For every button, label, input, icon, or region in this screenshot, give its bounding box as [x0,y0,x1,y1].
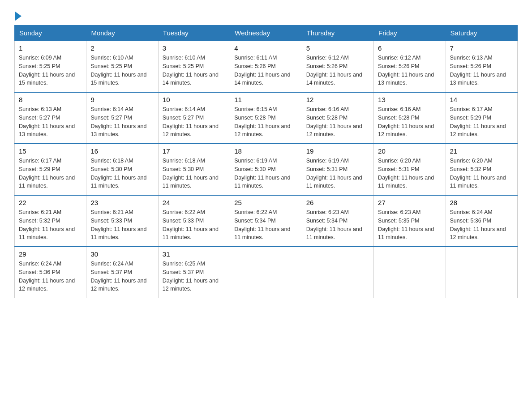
calendar-week-3: 15 Sunrise: 6:17 AM Sunset: 5:29 PM Dayl… [15,144,518,195]
sunrise-label: Sunrise: 6:20 AM [450,158,493,164]
daylight-label: Daylight: 11 hours and 12 minutes. [450,226,506,241]
calendar-cell [374,247,446,298]
sunset-label: Sunset: 5:37 PM [163,269,204,275]
day-info: Sunrise: 6:23 AM Sunset: 5:34 PM Dayligh… [306,208,369,242]
daylight-label: Daylight: 11 hours and 13 minutes. [90,123,146,138]
daylight-label: Daylight: 11 hours and 15 minutes. [90,72,146,86]
day-number: 30 [90,250,154,258]
calendar-cell: 24 Sunrise: 6:22 AM Sunset: 5:33 PM Dayl… [158,195,230,247]
day-info: Sunrise: 6:19 AM Sunset: 5:30 PM Dayligh… [234,157,297,190]
daylight-label: Daylight: 11 hours and 14 minutes. [306,72,362,86]
sunset-label: Sunset: 5:30 PM [90,166,132,172]
weekday-header-monday: Monday [86,26,158,41]
daylight-label: Daylight: 11 hours and 11 minutes. [306,226,362,241]
day-info: Sunrise: 6:14 AM Sunset: 5:27 PM Dayligh… [163,105,226,139]
day-info: Sunrise: 6:11 AM Sunset: 5:26 PM Dayligh… [234,54,297,87]
sunset-label: Sunset: 5:36 PM [450,218,491,224]
sunrise-label: Sunrise: 6:21 AM [90,209,133,215]
sunset-label: Sunset: 5:28 PM [234,115,275,121]
day-number: 2 [90,44,154,52]
daylight-label: Daylight: 11 hours and 12 minutes. [306,123,362,138]
day-info: Sunrise: 6:24 AM Sunset: 5:36 PM Dayligh… [450,208,513,242]
logo [14,11,21,20]
day-info: Sunrise: 6:12 AM Sunset: 5:26 PM Dayligh… [378,54,441,87]
logo-blue-text [14,11,21,20]
sunrise-label: Sunrise: 6:16 AM [306,106,349,112]
day-number: 5 [306,44,369,52]
sunset-label: Sunset: 5:34 PM [234,218,275,224]
day-number: 17 [163,147,226,155]
sunrise-label: Sunrise: 6:18 AM [163,158,205,164]
day-info: Sunrise: 6:09 AM Sunset: 5:25 PM Dayligh… [19,54,82,87]
page-header [14,11,518,20]
day-number: 29 [19,250,82,258]
day-number: 28 [450,199,513,206]
daylight-label: Daylight: 11 hours and 12 minutes. [19,278,75,292]
sunrise-label: Sunrise: 6:19 AM [234,158,277,164]
sunrise-label: Sunrise: 6:22 AM [234,209,277,215]
sunrise-label: Sunrise: 6:13 AM [450,55,493,61]
day-number: 19 [306,147,369,155]
daylight-label: Daylight: 11 hours and 11 minutes. [163,175,219,189]
sunrise-label: Sunrise: 6:14 AM [90,106,133,112]
day-number: 18 [234,147,297,155]
sunrise-label: Sunrise: 6:09 AM [19,55,61,61]
weekday-header-friday: Friday [374,26,446,41]
sunrise-label: Sunrise: 6:23 AM [378,209,420,215]
day-info: Sunrise: 6:18 AM Sunset: 5:30 PM Dayligh… [90,157,154,190]
calendar-cell: 2 Sunrise: 6:10 AM Sunset: 5:25 PM Dayli… [86,41,158,92]
sunrise-label: Sunrise: 6:21 AM [19,209,61,215]
weekday-header-row: SundayMondayTuesdayWednesdayThursdayFrid… [15,26,518,41]
calendar-cell: 12 Sunrise: 6:16 AM Sunset: 5:28 PM Dayl… [302,92,373,144]
weekday-header-sunday: Sunday [15,26,86,41]
calendar-cell: 20 Sunrise: 6:20 AM Sunset: 5:31 PM Dayl… [374,144,446,195]
sunset-label: Sunset: 5:28 PM [378,115,419,121]
sunset-label: Sunset: 5:25 PM [90,63,132,69]
daylight-label: Daylight: 11 hours and 13 minutes. [378,72,434,86]
sunset-label: Sunset: 5:27 PM [90,115,132,121]
calendar-cell: 4 Sunrise: 6:11 AM Sunset: 5:26 PM Dayli… [230,41,302,92]
day-number: 9 [90,96,154,103]
sunset-label: Sunset: 5:26 PM [450,63,491,69]
daylight-label: Daylight: 11 hours and 11 minutes. [450,175,506,189]
sunset-label: Sunset: 5:28 PM [306,115,348,121]
day-info: Sunrise: 6:12 AM Sunset: 5:26 PM Dayligh… [306,54,369,87]
day-number: 1 [19,44,82,52]
day-info: Sunrise: 6:17 AM Sunset: 5:29 PM Dayligh… [450,105,513,139]
day-number: 26 [306,199,369,206]
day-number: 15 [19,147,82,155]
calendar-cell [446,247,517,298]
weekday-header-saturday: Saturday [446,26,517,41]
day-number: 25 [234,199,297,206]
calendar-cell: 5 Sunrise: 6:12 AM Sunset: 5:26 PM Dayli… [302,41,373,92]
daylight-label: Daylight: 11 hours and 11 minutes. [234,175,290,189]
sunset-label: Sunset: 5:29 PM [19,166,60,172]
calendar-cell: 9 Sunrise: 6:14 AM Sunset: 5:27 PM Dayli… [86,92,158,144]
daylight-label: Daylight: 11 hours and 11 minutes. [163,226,219,241]
sunset-label: Sunset: 5:29 PM [450,115,491,121]
calendar-cell: 26 Sunrise: 6:23 AM Sunset: 5:34 PM Dayl… [302,195,373,247]
day-info: Sunrise: 6:24 AM Sunset: 5:37 PM Dayligh… [90,260,154,293]
day-info: Sunrise: 6:16 AM Sunset: 5:28 PM Dayligh… [378,105,441,139]
sunrise-label: Sunrise: 6:19 AM [306,158,349,164]
sunset-label: Sunset: 5:27 PM [163,115,204,121]
day-info: Sunrise: 6:23 AM Sunset: 5:35 PM Dayligh… [378,208,441,242]
day-number: 13 [378,96,441,103]
day-info: Sunrise: 6:21 AM Sunset: 5:33 PM Dayligh… [90,208,154,242]
sunrise-label: Sunrise: 6:24 AM [19,261,61,267]
day-number: 14 [450,96,513,103]
day-number: 31 [163,250,226,258]
day-number: 3 [163,44,226,52]
calendar-cell: 28 Sunrise: 6:24 AM Sunset: 5:36 PM Dayl… [446,195,517,247]
calendar-table: SundayMondayTuesdayWednesdayThursdayFrid… [14,25,518,298]
sunset-label: Sunset: 5:31 PM [306,166,348,172]
sunset-label: Sunset: 5:26 PM [234,63,275,69]
sunset-label: Sunset: 5:26 PM [378,63,419,69]
daylight-label: Daylight: 11 hours and 11 minutes. [378,175,434,189]
sunset-label: Sunset: 5:32 PM [19,218,60,224]
calendar-week-4: 22 Sunrise: 6:21 AM Sunset: 5:32 PM Dayl… [15,195,518,247]
sunrise-label: Sunrise: 6:13 AM [19,106,61,112]
daylight-label: Daylight: 11 hours and 12 minutes. [90,278,146,292]
day-number: 24 [163,199,226,206]
weekday-header-thursday: Thursday [302,26,373,41]
